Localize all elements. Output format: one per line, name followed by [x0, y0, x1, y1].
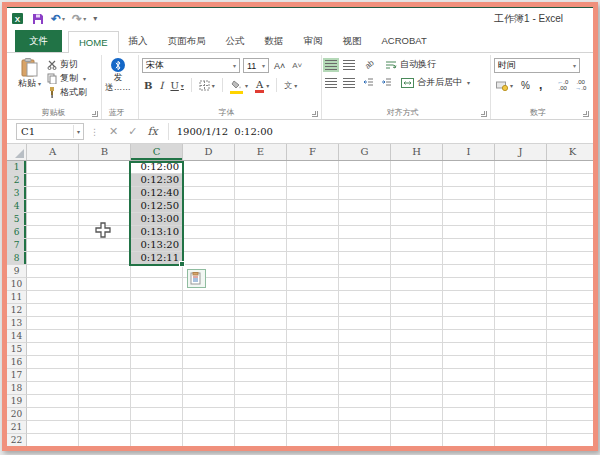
cell-C18[interactable]	[131, 382, 183, 395]
row-header-7[interactable]: 7	[7, 239, 27, 252]
cell-K1[interactable]	[547, 161, 593, 174]
cell-C22[interactable]	[131, 434, 183, 446]
cell-F10[interactable]	[287, 278, 339, 291]
save-button[interactable]	[32, 13, 44, 25]
cell-C12[interactable]	[131, 304, 183, 317]
cell-I22[interactable]	[443, 434, 495, 446]
cell-E20[interactable]	[235, 408, 287, 421]
cell-K7[interactable]	[547, 239, 593, 252]
cell-D2[interactable]	[183, 174, 235, 187]
cell-B16[interactable]	[79, 356, 131, 369]
cell-B22[interactable]	[79, 434, 131, 446]
cell-I8[interactable]	[443, 252, 495, 265]
cell-B21[interactable]	[79, 421, 131, 434]
cell-B18[interactable]	[79, 382, 131, 395]
cell-B1[interactable]	[79, 161, 131, 174]
cell-D7[interactable]	[183, 239, 235, 252]
cell-E12[interactable]	[235, 304, 287, 317]
cell-K20[interactable]	[547, 408, 593, 421]
orientation-button[interactable]	[361, 60, 376, 69]
cell-H10[interactable]	[391, 278, 443, 291]
cell-I16[interactable]	[443, 356, 495, 369]
cell-C4[interactable]: 0:12:50	[131, 200, 183, 213]
cell-H6[interactable]	[391, 226, 443, 239]
cell-F15[interactable]	[287, 343, 339, 356]
formula-bar-value[interactable]: 1900/1/12 0:12:00	[169, 126, 273, 137]
redo-dropdown-icon[interactable]: ▾	[83, 15, 86, 22]
cell-H13[interactable]	[391, 317, 443, 330]
cell-G1[interactable]	[339, 161, 391, 174]
cell-H2[interactable]	[391, 174, 443, 187]
cell-C8[interactable]: 0:12:11	[131, 252, 183, 265]
enter-icon[interactable]: ✓	[128, 125, 137, 138]
cut-button[interactable]: 剪切	[47, 58, 87, 71]
align-left-button[interactable]	[325, 78, 337, 88]
cell-D21[interactable]	[183, 421, 235, 434]
cell-F1[interactable]	[287, 161, 339, 174]
cell-K10[interactable]	[547, 278, 593, 291]
cell-F18[interactable]	[287, 382, 339, 395]
cell-B4[interactable]	[79, 200, 131, 213]
cell-J3[interactable]	[495, 187, 547, 200]
cell-A11[interactable]	[27, 291, 79, 304]
cell-I12[interactable]	[443, 304, 495, 317]
cell-A19[interactable]	[27, 395, 79, 408]
cell-A14[interactable]	[27, 330, 79, 343]
paste-button[interactable]: 粘贴	[16, 56, 43, 99]
cell-D12[interactable]	[183, 304, 235, 317]
cell-I3[interactable]	[443, 187, 495, 200]
increase-font-size-button[interactable]	[272, 61, 287, 71]
cell-D1[interactable]	[183, 161, 235, 174]
cell-I1[interactable]	[443, 161, 495, 174]
row-header-8[interactable]: 8	[7, 252, 27, 265]
cell-A9[interactable]	[27, 265, 79, 278]
row-header-5[interactable]: 5	[7, 213, 27, 226]
select-all-button[interactable]	[7, 144, 27, 160]
undo-button[interactable]: ↶▾	[51, 14, 65, 24]
cell-J12[interactable]	[495, 304, 547, 317]
cell-F6[interactable]	[287, 226, 339, 239]
cell-G18[interactable]	[339, 382, 391, 395]
row-header-1[interactable]: 1	[7, 161, 27, 174]
cell-B10[interactable]	[79, 278, 131, 291]
cell-E11[interactable]	[235, 291, 287, 304]
decrease-font-size-button[interactable]	[290, 61, 304, 70]
cell-I13[interactable]	[443, 317, 495, 330]
cell-C1[interactable]: 0:12:00	[131, 161, 183, 174]
cell-G8[interactable]	[339, 252, 391, 265]
cell-J4[interactable]	[495, 200, 547, 213]
cell-E8[interactable]	[235, 252, 287, 265]
cell-G16[interactable]	[339, 356, 391, 369]
cell-I19[interactable]	[443, 395, 495, 408]
cell-B17[interactable]	[79, 369, 131, 382]
align-middle-button[interactable]	[343, 60, 355, 70]
row-header-19[interactable]: 19	[7, 395, 27, 408]
fill-color-button[interactable]	[228, 80, 250, 91]
cell-A3[interactable]	[27, 187, 79, 200]
decrease-indent-button[interactable]	[361, 78, 376, 88]
accounting-format-button[interactable]	[494, 80, 515, 91]
fill-handle[interactable]	[179, 261, 185, 267]
cell-B14[interactable]	[79, 330, 131, 343]
cell-D11[interactable]	[183, 291, 235, 304]
cell-D18[interactable]	[183, 382, 235, 395]
decrease-decimal-button[interactable]: .00→.0	[573, 79, 588, 91]
column-header-H[interactable]: H	[391, 144, 443, 160]
tab-data[interactable]: 数据	[255, 30, 294, 52]
underline-button[interactable]: U	[168, 80, 185, 91]
bold-button[interactable]: B	[142, 80, 154, 91]
cell-D6[interactable]	[183, 226, 235, 239]
name-box[interactable]: C1 ▾	[16, 123, 84, 140]
cell-I6[interactable]	[443, 226, 495, 239]
cell-G19[interactable]	[339, 395, 391, 408]
cell-K16[interactable]	[547, 356, 593, 369]
cell-H11[interactable]	[391, 291, 443, 304]
cell-E9[interactable]	[235, 265, 287, 278]
wrap-text-button[interactable]: 自动换行	[385, 58, 436, 71]
cell-K5[interactable]	[547, 213, 593, 226]
tab-file[interactable]: 文件	[15, 30, 62, 52]
cell-K11[interactable]	[547, 291, 593, 304]
cell-B8[interactable]	[79, 252, 131, 265]
tab-home[interactable]: HOME	[68, 31, 119, 53]
cell-D8[interactable]	[183, 252, 235, 265]
